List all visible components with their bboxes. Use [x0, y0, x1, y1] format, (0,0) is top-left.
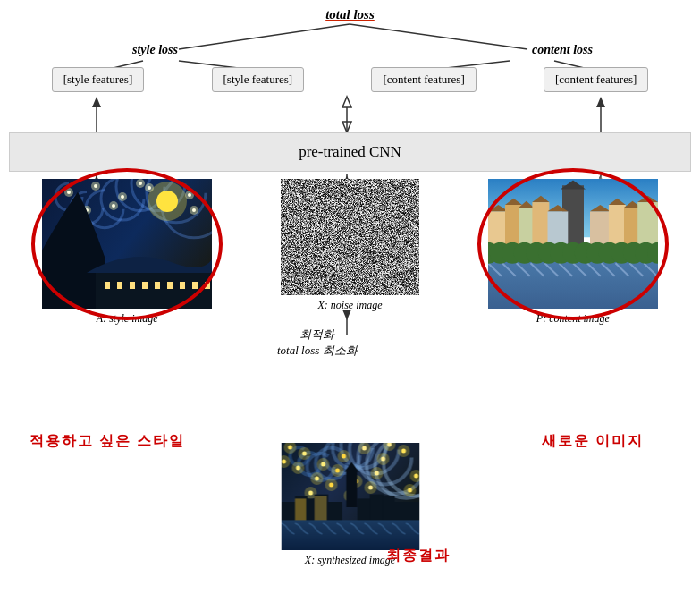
svg-marker-6	[92, 97, 101, 107]
noise-image-label: X: noise image	[317, 299, 382, 312]
style-feature-box-1: [style features]	[52, 67, 145, 92]
total-loss-minimize-label: total loss 최소화	[277, 343, 358, 359]
style-image-wrapper	[42, 179, 212, 309]
cnn-box: pre-trained CNN	[9, 132, 691, 172]
content-image-label: P: content image	[536, 312, 610, 326]
style-feature-box-2: [style features]	[212, 67, 305, 92]
style-loss-label: style loss	[132, 43, 178, 57]
style-image-label: A: style image	[97, 312, 158, 326]
content-image-container: P: content image	[475, 179, 671, 326]
feature-boxes-row: [style features] [style features] [conte…	[0, 67, 700, 92]
content-image-canvas	[488, 179, 658, 309]
korean-label-left: 적용하고 싶은 스타일	[9, 432, 206, 451]
svg-line-0	[179, 24, 350, 49]
images-row: A: style image X: noise image P: content…	[0, 179, 700, 326]
svg-marker-8	[342, 97, 351, 107]
synth-image-canvas	[281, 443, 419, 550]
svg-marker-11	[596, 97, 605, 107]
content-feature-box-2: [content features]	[544, 67, 648, 92]
diagram: total loss style loss content loss [styl…	[0, 0, 700, 594]
content-feature-box-1: [content features]	[371, 67, 476, 92]
total-loss-label: total loss	[325, 7, 375, 22]
svg-line-1	[350, 24, 527, 49]
synth-image-label: X: synthesized image	[305, 554, 395, 567]
korean-label-right: 새로운 이미지	[494, 432, 691, 451]
optimize-label: 최적화	[299, 327, 334, 343]
cnn-label: pre-trained CNN	[299, 143, 401, 161]
korean-label-bottom: 최종결과	[386, 547, 451, 565]
content-image-wrapper	[488, 179, 658, 309]
svg-marker-9	[342, 122, 351, 132]
style-image-container: A: style image	[29, 179, 225, 326]
noise-image-canvas	[281, 179, 419, 295]
optimize-text-area: 최적화 total loss 최소화	[277, 327, 358, 359]
content-loss-label: content loss	[532, 43, 593, 57]
style-image-canvas	[42, 179, 212, 309]
noise-image-container: X: noise image	[265, 179, 434, 312]
